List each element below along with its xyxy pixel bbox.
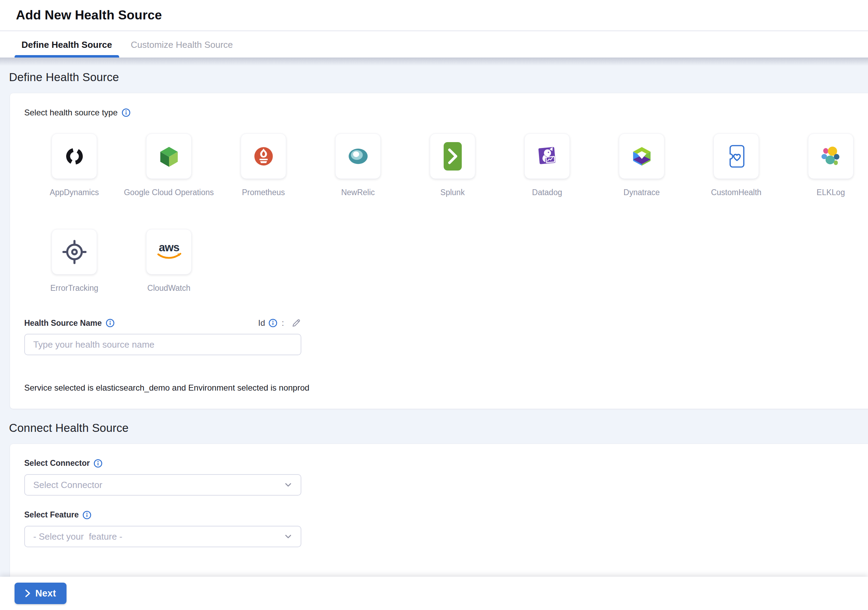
source-type-label-row: Select health source type: [24, 108, 860, 118]
health-source-tile-label: AppDynamics: [50, 188, 99, 197]
health-source-tile-prometheus[interactable]: [241, 133, 286, 179]
health-source-tile-newrelic[interactable]: [335, 133, 381, 179]
select-feature-label-row: Select Feature: [24, 510, 860, 520]
customhealth-logo-icon: [725, 144, 747, 169]
health-source-tile-dynatrace[interactable]: [619, 133, 664, 179]
errortracking-logo-icon: [60, 237, 89, 267]
newrelic-logo-icon: [345, 145, 371, 168]
appdynamics-logo-icon: [61, 143, 88, 169]
dynatrace-logo-icon: [629, 143, 655, 169]
health-source-grid-row-2: ErrorTracking aws CloudWatch: [24, 229, 860, 293]
next-button[interactable]: Next: [14, 583, 67, 604]
feature-select-placeholder: - Select your feature -: [33, 531, 122, 542]
chevron-down-icon: [283, 480, 293, 490]
health-source-tile-datadog[interactable]: [524, 133, 570, 179]
info-icon[interactable]: [93, 459, 102, 468]
health-source-tile-label: Prometheus: [242, 188, 285, 197]
id-label: Id: [258, 318, 265, 328]
info-circle-icon: [93, 459, 102, 468]
datadog-logo-icon: [535, 143, 560, 169]
health-source-tile-label: ELKLog: [817, 188, 845, 197]
tab-customize-health-source[interactable]: Customize Health Source: [124, 32, 240, 57]
health-source-grid-row-1: AppDynamics Google Cloud Operations Prom…: [24, 133, 860, 197]
health-source-tile-errortracking[interactable]: [52, 229, 97, 275]
chevron-down-icon: [283, 480, 293, 490]
info-circle-icon: [105, 318, 115, 328]
google-cloud-operations-logo-icon: [157, 144, 181, 169]
id-separator: :: [282, 318, 284, 328]
dialog-footer: Next: [0, 577, 868, 610]
health-source-option-datadog: Datadog: [524, 133, 570, 197]
health-source-tile-label: CloudWatch: [147, 284, 190, 293]
add-health-source-dialog: Add New Health Source Define Health Sour…: [0, 0, 868, 610]
info-circle-icon: [82, 511, 91, 520]
define-section-heading: Define Health Source: [9, 71, 868, 84]
info-icon[interactable]: [82, 511, 91, 520]
info-icon[interactable]: [122, 108, 130, 117]
health-source-tile-label: NewRelic: [341, 188, 375, 197]
svg-text:aws: aws: [159, 241, 179, 254]
chevron-down-icon: [283, 532, 293, 542]
id-group: Id :: [258, 318, 301, 328]
source-type-label: Select health source type: [24, 108, 118, 118]
select-connector-label: Select Connector: [24, 458, 90, 468]
health-source-option-appdynamics: AppDynamics: [52, 133, 97, 197]
connect-section-heading: Connect Health Source: [9, 421, 868, 435]
health-source-tile-label: Splunk: [440, 188, 465, 197]
feature-select[interactable]: - Select your feature -: [24, 526, 301, 547]
health-source-tile-google-cloud-operations[interactable]: [146, 133, 192, 179]
health-source-tile-label: Dynatrace: [623, 188, 660, 197]
pencil-icon: [291, 318, 301, 328]
health-source-option-dynatrace: Dynatrace: [619, 133, 664, 197]
info-circle-icon: [268, 318, 277, 328]
tab-define-health-source[interactable]: Define Health Source: [14, 32, 119, 57]
edit-id-pencil-icon[interactable]: [291, 318, 301, 328]
health-source-option-errortracking: ErrorTracking: [52, 229, 97, 293]
health-source-name-label: Health Source Name: [24, 318, 102, 328]
info-icon[interactable]: [268, 318, 277, 328]
health-source-tile-splunk[interactable]: [430, 133, 475, 179]
health-source-tile-appdynamics[interactable]: [52, 133, 97, 179]
service-environment-note: Service selected is elasticsearch_demo a…: [24, 383, 860, 393]
health-source-option-google-cloud-operations: Google Cloud Operations: [146, 133, 192, 197]
select-connector-label-row: Select Connector: [24, 458, 860, 468]
name-id-row: Health Source Name Id :: [24, 318, 301, 328]
tab-bar: Define Health Source Customize Health So…: [0, 32, 868, 57]
health-source-name-label-row: Health Source Name: [24, 318, 115, 328]
health-source-option-elklog: ELKLog: [808, 133, 854, 197]
connector-select[interactable]: Select Connector: [24, 474, 301, 496]
health-source-tile-customhealth[interactable]: [713, 133, 759, 179]
connect-health-source-card: Select Connector Select Connector Select…: [10, 444, 868, 593]
chevron-right-icon: [25, 589, 31, 598]
health-source-option-newrelic: NewRelic: [335, 133, 381, 197]
splunk-logo-icon: [443, 141, 462, 171]
define-health-source-card: Select health source type AppDynamics Go…: [10, 93, 868, 409]
dialog-header: Add New Health Source: [0, 0, 868, 31]
health-source-tile-label: ErrorTracking: [50, 284, 98, 293]
health-source-tile-label: Datadog: [532, 188, 562, 197]
health-source-tile-label: CustomHealth: [711, 188, 762, 197]
info-circle-icon: [122, 108, 130, 117]
health-source-tile-elklog[interactable]: [808, 133, 854, 179]
elklog-elastic-logo-icon: [818, 143, 844, 169]
health-source-option-cloudwatch: aws CloudWatch: [146, 229, 192, 293]
page-title: Add New Health Source: [16, 8, 162, 23]
health-source-option-splunk: Splunk: [430, 133, 475, 197]
dialog-body: Define Health Source Select health sourc…: [0, 57, 868, 610]
connector-select-placeholder: Select Connector: [33, 480, 102, 490]
health-source-name-input[interactable]: [24, 334, 301, 355]
chevron-down-icon: [283, 532, 293, 542]
cloudwatch-aws-logo-icon: aws: [154, 241, 184, 263]
health-source-tile-cloudwatch[interactable]: aws: [146, 229, 192, 275]
health-source-tile-label: Google Cloud Operations: [124, 188, 214, 197]
select-feature-label: Select Feature: [24, 510, 79, 520]
info-icon[interactable]: [105, 318, 115, 328]
health-source-option-customhealth: CustomHealth: [713, 133, 759, 197]
prometheus-logo-icon: [251, 144, 276, 168]
health-source-option-prometheus: Prometheus: [241, 133, 286, 197]
